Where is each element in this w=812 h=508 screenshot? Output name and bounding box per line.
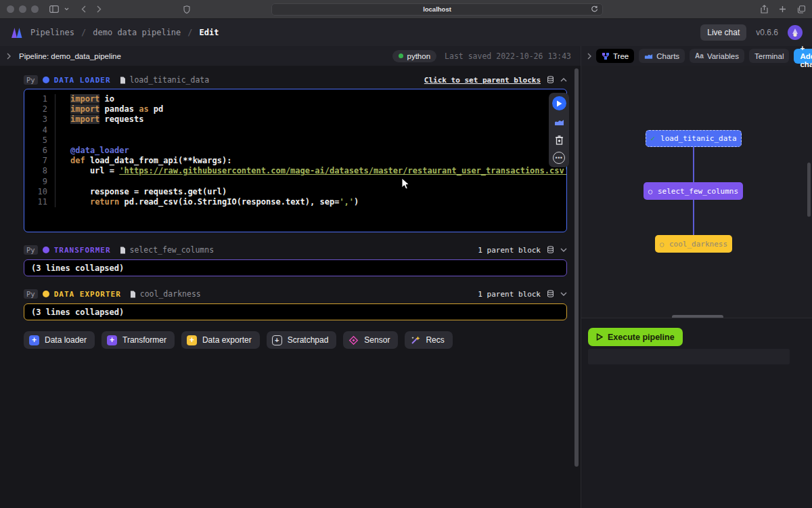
plus-outline-icon: +	[272, 335, 282, 345]
sidebar-toggle-icon[interactable]	[49, 5, 59, 13]
block-name[interactable]: load_titanic_data	[120, 75, 210, 85]
add-recs-button[interactable]: Recs	[405, 331, 452, 349]
code-line[interactable]: 11 return pd.read_csv(io.StringIO(respon…	[24, 197, 566, 207]
tab-variables[interactable]: Aa Variables	[690, 49, 744, 63]
code-line[interactable]: 10 response = requests.get(url)	[24, 187, 566, 197]
window-controls[interactable]	[7, 5, 39, 13]
block-type-dot	[43, 291, 49, 297]
collapse-block-icon[interactable]	[560, 78, 567, 82]
last-saved-label: Last saved 2022-10-26 13:43	[445, 51, 571, 61]
back-icon[interactable]	[81, 5, 86, 13]
tree-scrollbar[interactable]	[807, 163, 811, 217]
shield-icon[interactable]	[183, 5, 190, 14]
collapse-sidebar-icon[interactable]	[7, 53, 11, 60]
code-line[interactable]: 7def load_data_from_api(**kwargs):	[24, 156, 566, 166]
zoom-window-icon[interactable]	[31, 5, 39, 13]
plus-icon: +	[29, 335, 39, 345]
execute-section: Execute pipeline	[581, 318, 812, 508]
new-tab-icon[interactable]	[779, 5, 786, 14]
line-number: 8	[24, 166, 47, 176]
py-language-chip: Py	[24, 75, 38, 85]
avatar[interactable]	[788, 25, 803, 40]
notebook-area: Py DATA LOADER load_titanic_data Click t…	[0, 66, 581, 508]
collapse-panel-icon[interactable]	[587, 53, 591, 60]
code-editor-data-loader[interactable]: 1import io2import pandas as pd3import re…	[24, 89, 567, 232]
parent-block-count[interactable]: 1 parent block	[478, 246, 541, 255]
breadcrumb: Pipelines / demo data pipeline / Edit	[30, 28, 219, 37]
database-icon[interactable]	[547, 76, 554, 84]
breadcrumb-edit: Edit	[200, 28, 219, 37]
live-chat-button[interactable]: Live chat	[700, 24, 746, 41]
block-header-data-exporter[interactable]: Py DATA EXPORTER cool_darkness 1 parent …	[24, 287, 567, 301]
app-header: Pipelines / demo data pipeline / Edit Li…	[0, 19, 812, 46]
code-line[interactable]: 5	[24, 135, 566, 146]
add-data-exporter-button[interactable]: + Data exporter	[181, 331, 260, 349]
code-line[interactable]: 8 url = 'https://raw.githubusercontent.c…	[24, 166, 566, 176]
more-options-icon[interactable]: •••	[553, 152, 565, 164]
reload-icon[interactable]	[591, 5, 598, 13]
execute-pipeline-button[interactable]: Execute pipeline	[588, 328, 683, 346]
browser-chrome: localhost	[0, 0, 812, 19]
editor-scrollbar[interactable]	[574, 68, 579, 467]
expand-block-icon[interactable]	[560, 248, 567, 252]
block-name[interactable]: cool_darkness	[130, 289, 201, 299]
tab-terminal[interactable]: Terminal	[749, 49, 789, 63]
sidebar-chevron-icon[interactable]	[64, 7, 69, 11]
block-actions-toolbar: •••	[549, 93, 569, 167]
code-line[interactable]: 1import io	[24, 94, 566, 104]
code-line[interactable]: 9	[24, 177, 566, 187]
minimize-window-icon[interactable]	[19, 5, 26, 13]
add-scratchpad-button[interactable]: + Scratchpad	[267, 331, 337, 349]
add-data-loader-button[interactable]: + Data loader	[24, 331, 95, 349]
block-header-transformer[interactable]: Py TRANSFORMER select_few_columns 1 pare…	[24, 243, 567, 257]
delete-block-icon[interactable]	[552, 133, 566, 147]
add-chart-button[interactable]: + Add chart	[794, 49, 812, 64]
collapsed-block-data-exporter[interactable]: (3 lines collapsed)	[24, 303, 567, 320]
language-badge[interactable]: python	[392, 50, 437, 62]
breadcrumb-pipelines[interactable]: Pipelines	[30, 28, 74, 37]
code-line[interactable]: 3import requests	[24, 114, 566, 125]
forward-icon[interactable]	[97, 5, 102, 13]
close-window-icon[interactable]	[7, 5, 14, 13]
tab-overview-icon[interactable]	[797, 5, 805, 14]
block-header-data-loader[interactable]: Py DATA LOADER load_titanic_data Click t…	[24, 73, 567, 87]
line-number: 11	[24, 197, 47, 207]
tree-node-load-titanic-data[interactable]: ✓ load_titanic_data	[646, 130, 742, 147]
file-icon	[130, 291, 136, 298]
tree-icon	[602, 52, 610, 60]
add-chart-block-icon[interactable]	[552, 115, 566, 129]
code-line[interactable]: 4	[24, 125, 566, 135]
code-line[interactable]: 2import pandas as pd	[24, 104, 566, 114]
database-icon[interactable]	[547, 290, 554, 298]
status-circle-icon: ○	[660, 240, 664, 248]
tree-edge	[693, 147, 694, 182]
tab-tree[interactable]: Tree	[596, 49, 634, 63]
breadcrumb-pipeline-name[interactable]: demo data pipeline	[93, 28, 181, 37]
py-language-chip: Py	[24, 245, 38, 255]
block-type-label: TRANSFORMER	[54, 246, 111, 255]
url-text: localhost	[423, 5, 451, 13]
expand-block-icon[interactable]	[560, 292, 567, 296]
parent-block-count[interactable]: 1 parent block	[478, 290, 541, 299]
block-name[interactable]: select_few_columns	[120, 245, 215, 255]
version-label: v0.6.6	[756, 28, 778, 37]
mage-logo[interactable]	[9, 27, 24, 39]
add-transformer-button[interactable]: + Transformer	[102, 331, 175, 349]
line-number: 7	[24, 156, 47, 166]
set-parent-blocks-link[interactable]: Click to set parent blocks	[424, 76, 541, 85]
line-text	[55, 135, 75, 146]
database-icon[interactable]	[547, 246, 554, 254]
play-outline-icon	[596, 333, 603, 341]
side-panel-tabs: Tree Charts Aa Variables Terminal + Add …	[581, 46, 812, 66]
line-text: import requests	[55, 114, 143, 125]
tree-node-select-few-columns[interactable]: ○ select_few_columns	[644, 182, 743, 200]
url-bar[interactable]: localhost	[271, 3, 603, 16]
collapsed-block-transformer[interactable]: (3 lines collapsed)	[24, 259, 567, 276]
tree-node-cool-darkness[interactable]: ○ cool_darkness	[655, 235, 732, 253]
add-sensor-button[interactable]: Sensor	[343, 331, 398, 349]
tab-charts[interactable]: Charts	[639, 49, 685, 63]
plus-icon: +	[187, 335, 197, 345]
share-icon[interactable]	[761, 5, 768, 14]
code-line[interactable]: 6@data_loader	[24, 146, 566, 156]
run-block-button[interactable]	[552, 96, 566, 110]
